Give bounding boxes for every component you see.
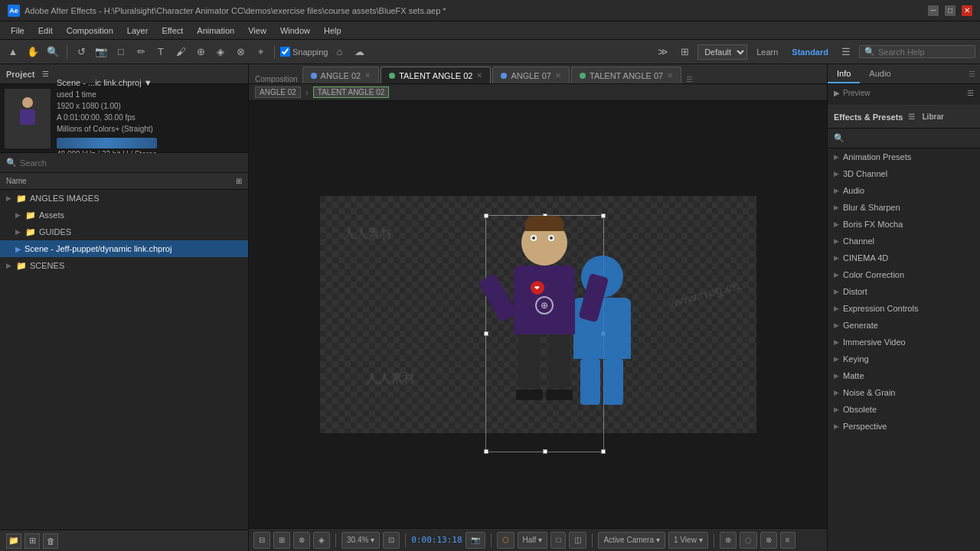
info-tab[interactable]: Info <box>828 64 860 83</box>
tool-pin[interactable]: ⌖ <box>252 44 269 60</box>
bbox-handle-bc[interactable] <box>543 449 547 454</box>
menu-view[interactable]: View <box>242 24 273 37</box>
comp-name-breadcrumb[interactable]: TALENT ANGLE 02 <box>313 86 389 98</box>
menu-effect[interactable]: Effect <box>155 24 189 37</box>
comp-tab-angle02[interactable]: ANGLE 02 ✕ <box>302 67 380 83</box>
camera-dropdown[interactable]: Active Camera ▾ <box>598 532 665 549</box>
ep-keying[interactable]: ▶ Keying <box>828 350 980 367</box>
close-button[interactable]: ✕ <box>962 5 972 16</box>
menu-edit[interactable]: Edit <box>32 24 59 37</box>
ep-channel[interactable]: ▶ Channel <box>828 233 980 249</box>
ep-tab-library[interactable]: Librar <box>923 112 944 121</box>
panel-menu-btn[interactable]: ☰ <box>964 70 980 78</box>
menu-composition[interactable]: Composition <box>60 24 119 37</box>
ep-audio[interactable]: ▶ Audio <box>828 182 980 199</box>
workspace-standard[interactable]: Standard <box>787 47 833 57</box>
close-tab-angle02[interactable]: ✕ <box>364 71 371 80</box>
viewer-grid-btn[interactable]: ⊞ <box>273 532 290 549</box>
viewer-safe-btn[interactable]: ◈ <box>313 532 330 549</box>
tool-zoom[interactable]: 🔍 <box>44 44 61 60</box>
tool-select[interactable]: ▲ <box>5 44 21 60</box>
tool-puppet[interactable]: ⊗ <box>232 44 249 60</box>
bbox-handle-bl[interactable] <box>484 449 488 454</box>
menu-help[interactable]: Help <box>318 24 348 37</box>
close-tab-talent02[interactable]: ✕ <box>476 71 482 80</box>
ep-perspective[interactable]: ▶ Perspective <box>828 418 980 435</box>
capture-frame-btn[interactable]: 📷 <box>466 532 485 549</box>
transparency-btn[interactable]: ⬡ <box>497 532 514 549</box>
ep-boris-fx[interactable]: ▶ Boris FX Mocha <box>828 216 980 233</box>
menu-layer[interactable]: Layer <box>121 24 155 37</box>
workspace-selector[interactable]: Default <box>697 44 747 60</box>
bbox-handle-ml[interactable] <box>484 331 488 336</box>
close-tab-angle07[interactable]: ✕ <box>555 71 561 80</box>
ep-immersive-video[interactable]: ▶ Immersive Video <box>828 334 980 350</box>
snapping-toggle[interactable]: Snapping <box>280 47 328 57</box>
tool-eraser[interactable]: ◈ <box>212 44 229 60</box>
bbox-handle-br[interactable] <box>601 449 606 454</box>
project-list-icon[interactable]: ⊞ <box>236 177 242 185</box>
new-folder-btn[interactable]: 📁 <box>6 533 21 549</box>
resolution-btn[interactable]: □ <box>550 532 566 549</box>
ep-expression-controls[interactable]: ▶ Expression Controls <box>828 300 980 317</box>
window-controls[interactable]: ─ □ ✕ <box>928 5 972 16</box>
maximize-button[interactable]: □ <box>945 5 956 16</box>
ep-3d-channel[interactable]: ▶ 3D Channel <box>828 165 980 182</box>
viewer-snap-btn[interactable]: ⊟ <box>253 532 270 549</box>
new-comp-btn[interactable]: ⊞ <box>24 533 40 549</box>
bbox-handle-tr[interactable] <box>601 214 606 218</box>
ep-obsolete[interactable]: ▶ Obsolete <box>828 401 980 418</box>
viewer-mode-btn[interactable]: ⊗ <box>293 532 310 549</box>
more-btn[interactable]: ≡ <box>780 532 795 549</box>
workspace-learn[interactable]: Learn <box>752 47 782 57</box>
minimize-button[interactable]: ─ <box>928 5 939 16</box>
breadcrumb-btn[interactable]: ANGLE 02 <box>255 86 301 98</box>
ep-distort[interactable]: ▶ Distort <box>828 283 980 300</box>
toolbar-extra[interactable]: ⊞ <box>676 44 693 60</box>
menu-animation[interactable]: Animation <box>191 24 240 37</box>
project-item-angles[interactable]: ▶ 📁 ANGLES IMAGES <box>0 190 248 207</box>
workspace-menu[interactable]: ☰ <box>838 44 854 60</box>
quality-dropdown[interactable]: Half ▾ <box>518 532 548 549</box>
tool-hand[interactable]: ✋ <box>24 44 41 60</box>
ep-matte[interactable]: ▶ Matte <box>828 367 980 384</box>
comp-tab-talent07[interactable]: TALENT ANGLE 07 ✕ <box>571 67 681 83</box>
fit-btn[interactable]: ⊡ <box>383 532 400 549</box>
preview-section-menu[interactable]: ☰ <box>967 89 974 97</box>
effects-search-input[interactable] <box>848 134 974 143</box>
view-count-btn[interactable]: 1 View ▾ <box>668 532 708 549</box>
ep-blur-sharpen[interactable]: ▶ Blur & Sharpen <box>828 199 980 216</box>
tool-extra1[interactable]: ⌂ <box>332 44 348 60</box>
comp-tab-talent02[interactable]: TALENT ANGLE 02 ✕ <box>381 67 491 83</box>
project-menu-btn[interactable]: ☰ <box>39 68 51 80</box>
delete-btn[interactable]: 🗑 <box>43 533 58 549</box>
comp-tab-angle07[interactable]: ANGLE 07 ✕ <box>492 67 570 83</box>
tool-extra2[interactable]: ☁ <box>351 44 368 60</box>
ep-color-correction[interactable]: ▶ Color Correction <box>828 266 980 283</box>
project-item-scene-link[interactable]: ▶ Scene - Jeff-puppet/dynamic link.chpro… <box>0 240 248 257</box>
tool-rotate[interactable]: ↺ <box>73 44 90 60</box>
menu-window[interactable]: Window <box>274 24 316 37</box>
tool-brush[interactable]: 🖌 <box>172 44 189 60</box>
tool-rect[interactable]: □ <box>113 44 129 60</box>
menu-file[interactable]: File <box>5 24 31 37</box>
tool-text[interactable]: T <box>152 44 169 60</box>
project-search-input[interactable] <box>20 158 242 168</box>
tool-pen[interactable]: ✏ <box>132 44 149 60</box>
project-item-assets[interactable]: ▶ 📁 Assets <box>0 207 248 223</box>
ep-noise-grain[interactable]: ▶ Noise & Grain <box>828 384 980 401</box>
close-tab-talent07[interactable]: ✕ <box>667 71 673 80</box>
snapping-checkbox[interactable] <box>280 47 290 57</box>
ep-generate[interactable]: ▶ Generate <box>828 317 980 334</box>
tool-clone[interactable]: ⊕ <box>192 44 209 60</box>
region-btn[interactable]: ◫ <box>569 532 586 549</box>
help-search-input[interactable] <box>878 47 970 57</box>
toolbar-expand[interactable]: ≫ <box>655 44 671 60</box>
comp-tabs-menu[interactable]: ☰ <box>686 75 693 83</box>
effects-btn[interactable]: ⊗ <box>760 532 777 549</box>
ep-menu[interactable]: ☰ <box>908 112 915 121</box>
audio-tab[interactable]: Audio <box>860 64 900 83</box>
zoom-dropdown[interactable]: 30.4% ▾ <box>341 532 380 549</box>
3d-btn[interactable]: ⊕ <box>720 532 737 549</box>
bbox-handle-tl[interactable] <box>484 214 488 218</box>
